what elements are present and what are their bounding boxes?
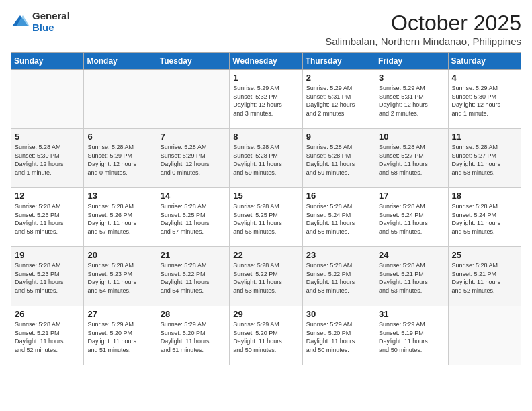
day-number: 22 <box>233 250 299 260</box>
header-cell-tuesday: Tuesday <box>157 53 229 70</box>
calendar-week-0: 1Sunrise: 5:29 AM Sunset: 5:32 PM Daylig… <box>11 70 521 129</box>
day-number: 11 <box>452 132 518 142</box>
day-info: Sunrise: 5:29 AM Sunset: 5:20 PM Dayligh… <box>306 320 372 354</box>
calendar-cell: 3Sunrise: 5:29 AM Sunset: 5:31 PM Daylig… <box>375 70 448 129</box>
day-info: Sunrise: 5:28 AM Sunset: 5:28 PM Dayligh… <box>306 143 372 177</box>
calendar-week-2: 12Sunrise: 5:28 AM Sunset: 5:26 PM Dayli… <box>11 188 521 247</box>
calendar-cell <box>11 70 84 129</box>
day-number: 16 <box>306 191 372 201</box>
day-info: Sunrise: 5:28 AM Sunset: 5:21 PM Dayligh… <box>15 320 81 354</box>
calendar-cell: 10Sunrise: 5:28 AM Sunset: 5:27 PM Dayli… <box>375 129 448 188</box>
calendar-cell: 30Sunrise: 5:29 AM Sunset: 5:20 PM Dayli… <box>302 306 375 365</box>
day-info: Sunrise: 5:28 AM Sunset: 5:28 PM Dayligh… <box>233 143 299 177</box>
day-info: Sunrise: 5:28 AM Sunset: 5:21 PM Dayligh… <box>452 261 518 295</box>
calendar-cell: 5Sunrise: 5:28 AM Sunset: 5:30 PM Daylig… <box>11 129 84 188</box>
calendar-week-4: 26Sunrise: 5:28 AM Sunset: 5:21 PM Dayli… <box>11 306 521 365</box>
day-info: Sunrise: 5:28 AM Sunset: 5:26 PM Dayligh… <box>15 202 81 236</box>
day-number: 7 <box>161 132 226 142</box>
day-info: Sunrise: 5:28 AM Sunset: 5:26 PM Dayligh… <box>87 202 153 236</box>
day-number: 24 <box>379 250 445 260</box>
calendar-header: SundayMondayTuesdayWednesdayThursdayFrid… <box>11 53 521 70</box>
calendar-cell: 6Sunrise: 5:28 AM Sunset: 5:29 PM Daylig… <box>84 129 157 188</box>
day-number: 29 <box>233 309 299 319</box>
calendar-cell: 1Sunrise: 5:29 AM Sunset: 5:32 PM Daylig… <box>230 70 302 129</box>
calendar-cell: 26Sunrise: 5:28 AM Sunset: 5:21 PM Dayli… <box>11 306 84 365</box>
calendar-cell: 12Sunrise: 5:28 AM Sunset: 5:26 PM Dayli… <box>11 188 84 247</box>
day-number: 17 <box>379 191 445 201</box>
calendar-cell: 22Sunrise: 5:28 AM Sunset: 5:22 PM Dayli… <box>230 247 302 306</box>
calendar-table: SundayMondayTuesdayWednesdayThursdayFrid… <box>11 52 521 365</box>
day-info: Sunrise: 5:28 AM Sunset: 5:29 PM Dayligh… <box>87 143 153 177</box>
calendar-cell: 8Sunrise: 5:28 AM Sunset: 5:28 PM Daylig… <box>230 129 302 188</box>
calendar-cell: 27Sunrise: 5:29 AM Sunset: 5:20 PM Dayli… <box>84 306 157 365</box>
day-info: Sunrise: 5:28 AM Sunset: 5:22 PM Dayligh… <box>161 261 226 295</box>
month-title: October 2025 <box>325 11 521 36</box>
calendar-cell: 16Sunrise: 5:28 AM Sunset: 5:24 PM Dayli… <box>302 188 375 247</box>
day-info: Sunrise: 5:28 AM Sunset: 5:24 PM Dayligh… <box>379 202 445 236</box>
header: General Blue October 2025 Salimbalan, No… <box>11 11 521 47</box>
day-number: 9 <box>306 132 372 142</box>
day-info: Sunrise: 5:28 AM Sunset: 5:25 PM Dayligh… <box>233 202 299 236</box>
day-number: 13 <box>87 191 153 201</box>
day-info: Sunrise: 5:28 AM Sunset: 5:27 PM Dayligh… <box>452 143 518 177</box>
logo-general: General <box>32 11 70 22</box>
day-info: Sunrise: 5:29 AM Sunset: 5:19 PM Dayligh… <box>379 320 445 354</box>
location-title: Salimbalan, Northern Mindanao, Philippin… <box>325 36 521 47</box>
day-info: Sunrise: 5:28 AM Sunset: 5:22 PM Dayligh… <box>306 261 372 295</box>
day-number: 14 <box>161 191 226 201</box>
logo-icon <box>11 13 30 32</box>
calendar-cell: 19Sunrise: 5:28 AM Sunset: 5:23 PM Dayli… <box>11 247 84 306</box>
day-number: 3 <box>379 73 445 83</box>
calendar-cell: 14Sunrise: 5:28 AM Sunset: 5:25 PM Dayli… <box>157 188 229 247</box>
calendar-cell <box>157 70 229 129</box>
header-cell-friday: Friday <box>375 53 448 70</box>
calendar-cell: 2Sunrise: 5:29 AM Sunset: 5:31 PM Daylig… <box>302 70 375 129</box>
calendar-body: 1Sunrise: 5:29 AM Sunset: 5:32 PM Daylig… <box>11 70 521 365</box>
day-info: Sunrise: 5:28 AM Sunset: 5:24 PM Dayligh… <box>452 202 518 236</box>
day-number: 28 <box>161 309 226 319</box>
day-info: Sunrise: 5:28 AM Sunset: 5:27 PM Dayligh… <box>379 143 445 177</box>
title-area: October 2025 Salimbalan, Northern Mindan… <box>325 11 521 47</box>
day-info: Sunrise: 5:28 AM Sunset: 5:23 PM Dayligh… <box>15 261 81 295</box>
calendar-cell <box>84 70 157 129</box>
day-number: 2 <box>306 73 372 83</box>
calendar-cell <box>448 306 521 365</box>
day-number: 5 <box>15 132 81 142</box>
logo: General Blue <box>11 11 70 33</box>
day-info: Sunrise: 5:28 AM Sunset: 5:25 PM Dayligh… <box>161 202 226 236</box>
calendar-cell: 20Sunrise: 5:28 AM Sunset: 5:23 PM Dayli… <box>84 247 157 306</box>
day-number: 6 <box>87 132 153 142</box>
day-number: 26 <box>15 309 81 319</box>
calendar-cell: 23Sunrise: 5:28 AM Sunset: 5:22 PM Dayli… <box>302 247 375 306</box>
day-info: Sunrise: 5:29 AM Sunset: 5:31 PM Dayligh… <box>306 84 372 118</box>
logo-text: General Blue <box>32 11 70 33</box>
day-number: 1 <box>233 73 299 83</box>
day-number: 19 <box>15 250 81 260</box>
header-cell-saturday: Saturday <box>448 53 521 70</box>
day-info: Sunrise: 5:29 AM Sunset: 5:20 PM Dayligh… <box>233 320 299 354</box>
calendar-cell: 28Sunrise: 5:29 AM Sunset: 5:20 PM Dayli… <box>157 306 229 365</box>
header-cell-thursday: Thursday <box>302 53 375 70</box>
calendar-cell: 17Sunrise: 5:28 AM Sunset: 5:24 PM Dayli… <box>375 188 448 247</box>
header-row: SundayMondayTuesdayWednesdayThursdayFrid… <box>11 53 521 70</box>
calendar-week-3: 19Sunrise: 5:28 AM Sunset: 5:23 PM Dayli… <box>11 247 521 306</box>
calendar-cell: 24Sunrise: 5:28 AM Sunset: 5:21 PM Dayli… <box>375 247 448 306</box>
day-info: Sunrise: 5:29 AM Sunset: 5:20 PM Dayligh… <box>87 320 153 354</box>
calendar-cell: 25Sunrise: 5:28 AM Sunset: 5:21 PM Dayli… <box>448 247 521 306</box>
day-number: 15 <box>233 191 299 201</box>
header-cell-wednesday: Wednesday <box>230 53 302 70</box>
calendar-cell: 4Sunrise: 5:29 AM Sunset: 5:30 PM Daylig… <box>448 70 521 129</box>
day-number: 12 <box>15 191 81 201</box>
day-info: Sunrise: 5:28 AM Sunset: 5:22 PM Dayligh… <box>233 261 299 295</box>
day-info: Sunrise: 5:29 AM Sunset: 5:20 PM Dayligh… <box>161 320 226 354</box>
day-info: Sunrise: 5:29 AM Sunset: 5:30 PM Dayligh… <box>452 84 518 118</box>
day-number: 4 <box>452 73 518 83</box>
day-info: Sunrise: 5:29 AM Sunset: 5:32 PM Dayligh… <box>233 84 299 118</box>
calendar-cell: 9Sunrise: 5:28 AM Sunset: 5:28 PM Daylig… <box>302 129 375 188</box>
day-info: Sunrise: 5:28 AM Sunset: 5:24 PM Dayligh… <box>306 202 372 236</box>
calendar-week-1: 5Sunrise: 5:28 AM Sunset: 5:30 PM Daylig… <box>11 129 521 188</box>
day-info: Sunrise: 5:28 AM Sunset: 5:29 PM Dayligh… <box>161 143 226 177</box>
calendar-cell: 21Sunrise: 5:28 AM Sunset: 5:22 PM Dayli… <box>157 247 229 306</box>
day-info: Sunrise: 5:28 AM Sunset: 5:30 PM Dayligh… <box>15 143 81 177</box>
logo-blue: Blue <box>32 22 70 34</box>
